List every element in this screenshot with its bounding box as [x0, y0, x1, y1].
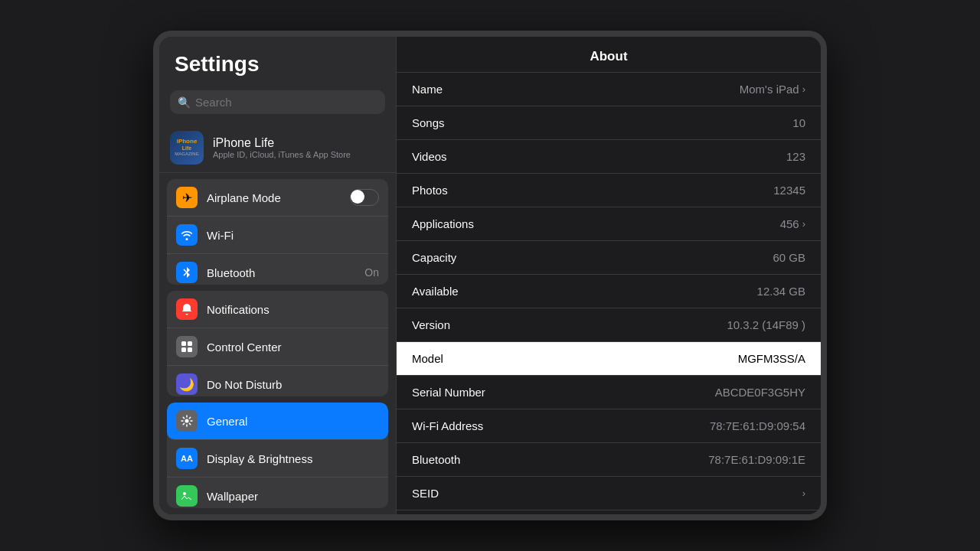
about-row-seid[interactable]: SEID ›	[397, 477, 821, 510]
account-icon: iPhone Life MAGAZINE	[170, 131, 204, 165]
settings-group-connectivity: ✈ Airplane Mode Wi-Fi	[167, 179, 388, 285]
airplane-mode-label: Airplane Mode	[207, 191, 341, 204]
sidebar-item-wifi[interactable]: Wi-Fi	[167, 217, 388, 254]
capacity-value: 60 GB	[773, 251, 805, 264]
svg-point-4	[185, 419, 189, 423]
wallpaper-icon	[176, 485, 198, 507]
photos-label: Photos	[412, 184, 448, 197]
notifications-icon	[176, 298, 198, 320]
settings-group-display: General AA Display & Brightness Wallpape…	[167, 403, 388, 508]
model-label: Model	[412, 352, 443, 365]
sidebar-item-do-not-disturb[interactable]: 🌙 Do Not Disturb	[167, 366, 388, 396]
sidebar-item-notifications[interactable]: Notifications	[167, 291, 388, 328]
version-label: Version	[412, 318, 450, 331]
available-value: 12.34 GB	[757, 285, 805, 298]
photos-value: 12345	[773, 184, 805, 197]
songs-value: 10	[792, 116, 805, 129]
bluetooth-address-value: 78:7E:61:D9:09:1E	[708, 453, 805, 466]
about-row-version: Version 10.3.2 (14F89 )	[397, 308, 821, 342]
display-brightness-label: Display & Brightness	[207, 452, 379, 465]
account-icon-inner: iPhone Life MAGAZINE	[170, 131, 204, 165]
applications-label: Applications	[412, 217, 474, 230]
search-icon: 🔍	[178, 96, 191, 109]
about-row-capacity: Capacity 60 GB	[397, 241, 821, 275]
main-header: About	[397, 37, 821, 73]
available-label: Available	[412, 285, 459, 298]
do-not-disturb-icon: 🌙	[176, 373, 198, 395]
about-row-bluetooth-address: Bluetooth 78:7E:61:D9:09:1E	[397, 443, 821, 477]
about-row-name[interactable]: Name Mom's iPad ›	[397, 73, 821, 106]
wallpaper-label: Wallpaper	[207, 490, 379, 503]
ipad-frame: Settings 🔍 iPhone Life MAGAZINE iPhone L…	[153, 31, 827, 520]
about-row-model[interactable]: Model MGFM3SS/A	[397, 342, 821, 376]
search-bar[interactable]: 🔍	[170, 90, 385, 114]
airplane-mode-toggle[interactable]	[350, 189, 379, 206]
wifi-label: Wi-Fi	[207, 229, 379, 242]
seid-chevron: ›	[802, 487, 805, 499]
do-not-disturb-label: Do Not Disturb	[207, 378, 379, 391]
about-row-applications[interactable]: Applications 456 ›	[397, 207, 821, 241]
name-value: Mom's iPad ›	[740, 83, 805, 96]
search-input[interactable]	[195, 96, 377, 109]
name-chevron: ›	[802, 83, 805, 95]
bluetooth-address-label: Bluetooth	[412, 453, 460, 466]
ipad-screen: Settings 🔍 iPhone Life MAGAZINE iPhone L…	[159, 37, 821, 514]
svg-rect-2	[181, 347, 186, 352]
control-center-label: Control Center	[207, 341, 379, 354]
notifications-label: Notifications	[207, 303, 379, 316]
wifi-icon	[176, 224, 198, 246]
general-label: General	[207, 415, 379, 428]
about-row-songs: Songs 10	[397, 106, 821, 140]
applications-chevron: ›	[802, 218, 805, 230]
sidebar-title: Settings	[159, 37, 396, 84]
videos-value: 123	[786, 150, 805, 163]
serial-label: Serial Number	[412, 386, 485, 399]
sidebar: Settings 🔍 iPhone Life MAGAZINE iPhone L…	[159, 37, 397, 514]
videos-label: Videos	[412, 150, 447, 163]
sidebar-item-general[interactable]: General	[167, 403, 388, 440]
about-row-photos: Photos 12345	[397, 174, 821, 207]
control-center-icon	[176, 336, 198, 357]
svg-rect-1	[188, 341, 192, 346]
svg-rect-0	[181, 341, 186, 346]
svg-rect-3	[188, 347, 192, 352]
about-row-videos: Videos 123	[397, 140, 821, 174]
serial-value: ABCDE0F3G5HY	[715, 386, 805, 399]
about-row-serial: Serial Number ABCDE0F3G5HY	[397, 376, 821, 409]
about-row-available: Available 12.34 GB	[397, 275, 821, 308]
wifi-address-value: 78:7E:61:D9:09:54	[710, 419, 805, 432]
about-row-wifi-address: Wi-Fi Address 78:7E:61:D9:09:54	[397, 409, 821, 443]
seid-label: SEID	[412, 487, 439, 500]
bluetooth-icon	[176, 262, 198, 283]
wifi-address-label: Wi-Fi Address	[412, 419, 483, 432]
sidebar-item-airplane-mode[interactable]: ✈ Airplane Mode	[167, 179, 388, 217]
account-name: iPhone Life	[213, 136, 351, 150]
name-label: Name	[412, 83, 443, 96]
songs-label: Songs	[412, 116, 445, 129]
model-value: MGFM3SS/A	[738, 352, 805, 365]
sidebar-item-bluetooth[interactable]: Bluetooth On	[167, 254, 388, 285]
version-value: 10.3.2 (14F89 )	[727, 318, 805, 331]
bluetooth-label: Bluetooth	[207, 266, 355, 279]
sidebar-item-control-center[interactable]: Control Center	[167, 328, 388, 366]
capacity-label: Capacity	[412, 251, 456, 264]
seid-value: ›	[802, 487, 805, 499]
bluetooth-value: On	[364, 266, 379, 279]
svg-point-5	[183, 492, 186, 495]
account-subtitle: Apple ID, iCloud, iTunes & App Store	[213, 150, 351, 159]
settings-group-alerts: Notifications Control Center 🌙	[167, 291, 388, 396]
main-content: About Name Mom's iPad › Songs 10 Videos …	[397, 37, 821, 514]
applications-value: 456 ›	[780, 217, 805, 230]
about-list: Name Mom's iPad › Songs 10 Videos 123 Ph…	[397, 73, 821, 514]
account-info: iPhone Life Apple ID, iCloud, iTunes & A…	[213, 136, 351, 159]
general-icon	[176, 410, 198, 432]
account-row[interactable]: iPhone Life MAGAZINE iPhone Life Apple I…	[159, 123, 396, 173]
sidebar-item-display-brightness[interactable]: AA Display & Brightness	[167, 440, 388, 478]
sidebar-item-wallpaper[interactable]: Wallpaper	[167, 478, 388, 508]
about-title: About	[590, 49, 627, 64]
airplane-mode-icon: ✈	[176, 187, 198, 208]
display-brightness-icon: AA	[176, 448, 198, 469]
